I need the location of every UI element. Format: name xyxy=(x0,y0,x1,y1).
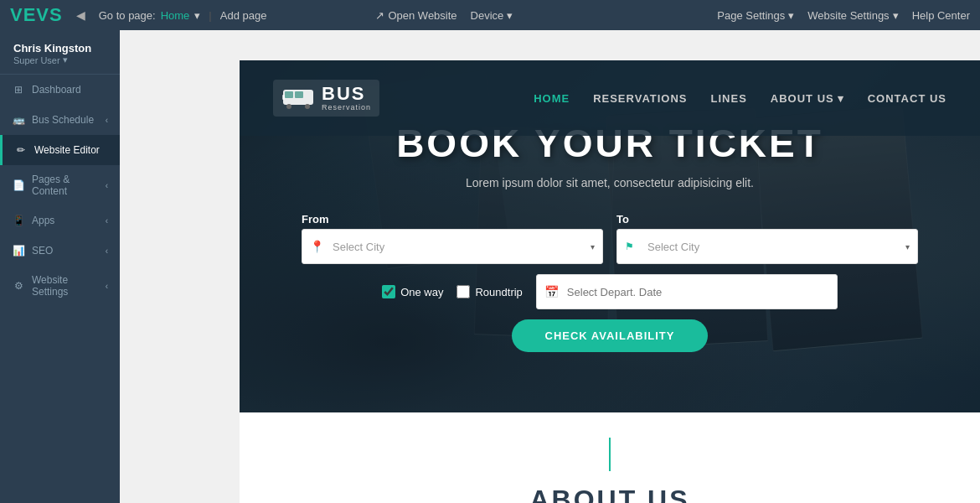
page-settings-label: Page Settings xyxy=(717,9,785,22)
svg-point-3 xyxy=(286,104,291,109)
bus-schedule-icon: 🚌 xyxy=(12,113,25,127)
preview-container: BOOK YOUR TICKET Lorem ipsum dolor sit a… xyxy=(120,30,980,503)
about-divider xyxy=(609,438,611,471)
sidebar-user-name: Chris Kingston xyxy=(13,42,106,54)
one-way-checkbox[interactable] xyxy=(382,285,395,298)
content-area: BOOK YOUR TICKET Lorem ipsum dolor sit a… xyxy=(120,30,980,503)
hero-content: BOOK YOUR TICKET Lorem ipsum dolor sit a… xyxy=(275,121,945,352)
page-settings-button[interactable]: Page Settings ▾ xyxy=(717,9,794,22)
depart-date-input[interactable] xyxy=(536,274,838,309)
seo-chevron-icon: ‹ xyxy=(106,246,108,256)
sidebar-dashboard-label: Dashboard xyxy=(32,84,81,96)
one-way-option[interactable]: One way xyxy=(382,285,443,298)
pages-content-chevron-icon: ‹ xyxy=(106,181,108,190)
roundtrip-label: Roundtrip xyxy=(475,286,522,298)
bus-text: BUS Reservation xyxy=(322,85,371,111)
website-settings-label: Website Settings xyxy=(807,9,889,22)
vevs-logo-accent: S xyxy=(49,4,63,25)
dropdown-chevron-icon: ▾ xyxy=(194,9,200,22)
booking-fields-row: From 📍 Select City ▾ To xyxy=(302,213,918,264)
sidebar-apps-label: Apps xyxy=(32,215,54,226)
help-center-label: Help Center xyxy=(912,9,970,22)
sidebar-website-settings-label: Website Settings xyxy=(32,274,99,298)
sidebar-item-website-settings[interactable]: ⚙ Website Settings ‹ xyxy=(0,266,120,306)
pages-content-icon: 📄 xyxy=(12,179,25,192)
admin-bar-right: Page Settings ▾ Website Settings ▾ Help … xyxy=(717,9,970,22)
sidebar-item-dashboard[interactable]: ⊞ Dashboard xyxy=(0,75,120,105)
main-layout: Chris Kingston Super User ▾ ⊞ Dashboard … xyxy=(0,30,980,503)
website-editor-icon: ✏ xyxy=(14,143,28,157)
to-select-wrapper: ⚑ Select City ▾ xyxy=(616,229,918,264)
bus-schedule-chevron-icon: ‹ xyxy=(106,116,108,125)
device-chevron-icon: ▾ xyxy=(507,9,513,22)
sidebar-seo-label: SEO xyxy=(32,245,53,257)
svg-rect-2 xyxy=(295,91,303,98)
open-website-label: Open Website xyxy=(388,9,456,22)
from-select[interactable]: Select City xyxy=(302,229,603,264)
from-field: From 📍 Select City ▾ xyxy=(302,213,603,264)
website-settings-icon: ⚙ xyxy=(12,279,25,293)
svg-point-4 xyxy=(305,104,310,109)
sidebar-user: Chris Kingston Super User ▾ xyxy=(0,30,120,75)
site-nav-links: HOME RESERVATIONS LINES ABOUT US ▾ CONTA… xyxy=(534,92,946,105)
svg-rect-1 xyxy=(285,91,293,98)
from-label: From xyxy=(302,213,603,226)
sidebar-bus-schedule-label: Bus Schedule xyxy=(32,114,94,126)
date-wrapper: 📅 xyxy=(536,274,838,309)
help-center-button[interactable]: Help Center xyxy=(912,9,970,22)
sidebar-item-seo[interactable]: 📊 SEO ‹ xyxy=(0,236,120,266)
website-settings-chevron-icon: ‹ xyxy=(106,282,108,291)
hero-subtitle: Lorem ipsum dolor sit amet, consectetur … xyxy=(275,176,945,189)
device-label: Device xyxy=(471,9,504,22)
to-select[interactable]: Select City xyxy=(616,229,918,264)
open-website-button[interactable]: ↗ Open Website xyxy=(375,9,456,22)
sidebar-pages-content-label: Pages & Content xyxy=(32,174,99,197)
sidebar-item-bus-schedule[interactable]: 🚌 Bus Schedule ‹ xyxy=(0,105,120,135)
about-dropdown-chevron-icon: ▾ xyxy=(838,92,844,105)
sidebar-item-website-editor[interactable]: ✏ Website Editor xyxy=(0,135,120,165)
page-settings-chevron-icon: ▾ xyxy=(788,9,794,22)
add-page-link[interactable]: Add page xyxy=(220,9,267,22)
booking-form: From 📍 Select City ▾ To xyxy=(275,213,945,352)
from-select-wrapper: 📍 Select City ▾ xyxy=(302,229,603,264)
nav-link-about-us[interactable]: ABOUT US ▾ xyxy=(771,92,844,105)
bus-logo-wrapper: BUS Reservation xyxy=(273,80,379,117)
home-nav-link[interactable]: Home xyxy=(161,9,190,22)
apps-chevron-icon: ‹ xyxy=(106,216,108,226)
nav-link-reservations[interactable]: RESERVATIONS xyxy=(593,92,687,105)
nav-link-home[interactable]: HOME xyxy=(534,92,570,105)
bus-logo-subtitle: Reservation xyxy=(322,103,371,111)
back-button[interactable]: ◀ xyxy=(71,7,90,23)
nav-divider: | xyxy=(209,9,211,22)
nav-link-contact-us[interactable]: CONTACT US xyxy=(868,92,946,105)
admin-nav: Go to page: Home ▾ | Add page xyxy=(99,9,267,22)
bus-svg-icon xyxy=(281,86,315,110)
one-way-label: One way xyxy=(400,286,443,298)
check-availability-button[interactable]: CHECK AVAILABILITY xyxy=(512,319,709,352)
sidebar-item-pages-content[interactable]: 📄 Pages & Content ‹ xyxy=(0,165,120,205)
roundtrip-checkbox[interactable] xyxy=(456,285,470,298)
apps-icon: 📱 xyxy=(12,214,25,227)
admin-bar: VEVS ◀ Go to page: Home ▾ | Add page ↗ O… xyxy=(0,0,980,30)
website-settings-button[interactable]: Website Settings ▾ xyxy=(807,9,898,22)
role-chevron-icon: ▾ xyxy=(63,54,68,65)
external-link-icon: ↗ xyxy=(375,9,384,22)
device-button[interactable]: Device ▾ xyxy=(471,9,513,22)
about-section: ABOUT US Lorem ipsum dolor sit amet, con… xyxy=(240,412,980,503)
sidebar-website-editor-label: Website Editor xyxy=(34,144,100,156)
dashboard-icon: ⊞ xyxy=(12,83,25,96)
admin-bar-center: ↗ Open Website Device ▾ xyxy=(375,9,513,22)
to-label: To xyxy=(616,213,918,226)
sidebar-item-apps[interactable]: 📱 Apps ‹ xyxy=(0,205,120,236)
bus-logo-title: BUS xyxy=(322,85,371,103)
svg-rect-5 xyxy=(282,95,285,100)
roundtrip-option[interactable]: Roundtrip xyxy=(456,285,522,298)
nav-link-lines[interactable]: LINES xyxy=(711,92,747,105)
about-title: ABOUT US xyxy=(273,485,946,503)
booking-options-row: One way Roundtrip 📅 xyxy=(382,274,838,309)
seo-icon: 📊 xyxy=(12,244,25,257)
vevs-logo-text: VEV xyxy=(10,4,49,25)
website-settings-chevron-icon: ▾ xyxy=(893,9,899,22)
sidebar-user-role: Super User ▾ xyxy=(13,54,106,65)
go-to-page-label: Go to page: xyxy=(99,9,156,22)
